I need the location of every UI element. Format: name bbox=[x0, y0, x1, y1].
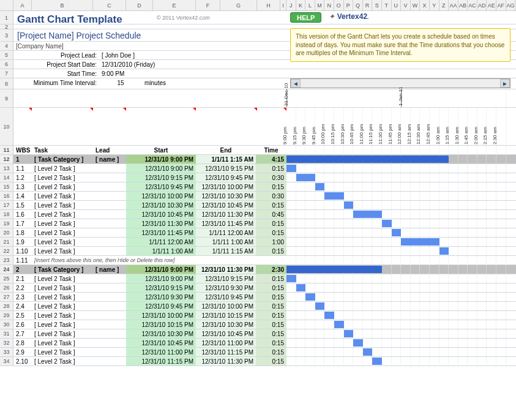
start-cell[interactable]: 12/31/10 9:00 PM bbox=[126, 164, 196, 173]
row-number[interactable]: 17 bbox=[0, 201, 13, 209]
end-cell[interactable]: 12/31/10 11:30 PM bbox=[196, 265, 256, 274]
time-cell[interactable]: 0:30 bbox=[256, 192, 286, 200]
time-cell[interactable]: 0:15 bbox=[256, 182, 286, 191]
lead-cell[interactable] bbox=[93, 164, 126, 173]
row-number[interactable]: 20 bbox=[0, 228, 13, 237]
task-cell[interactable]: [ Level 2 Task ] bbox=[32, 357, 93, 366]
time-cell[interactable]: 0:15 bbox=[256, 311, 286, 320]
lead-cell[interactable] bbox=[93, 238, 126, 246]
row-number[interactable]: 2 bbox=[0, 24, 13, 29]
row-number[interactable]: 8 bbox=[0, 78, 13, 89]
task-cell[interactable]: [ Level 2 Task ] bbox=[32, 192, 93, 200]
start-cell[interactable]: 1/1/11 12:00 AM bbox=[126, 238, 196, 246]
task-cell[interactable]: [ Level 2 Task ] bbox=[32, 164, 93, 173]
row-number[interactable]: 9 bbox=[0, 89, 13, 107]
end-cell[interactable]: 12/31/10 10:00 PM bbox=[196, 182, 256, 191]
col-header-P[interactable]: P bbox=[344, 0, 354, 10]
end-cell[interactable]: 12/31/10 9:45 PM bbox=[196, 293, 256, 301]
time-cell[interactable]: 4:15 bbox=[256, 155, 286, 163]
task-cell[interactable]: [ Level 2 Task ] bbox=[32, 339, 93, 347]
col-header-AD[interactable]: AD bbox=[477, 0, 487, 10]
end-cell[interactable]: 12/31/10 11:00 PM bbox=[196, 339, 256, 347]
end-cell[interactable]: 12/31/10 10:30 PM bbox=[196, 192, 256, 200]
row-number[interactable]: 7 bbox=[0, 69, 13, 78]
interval-value[interactable]: 15 bbox=[99, 78, 142, 89]
lead-cell[interactable] bbox=[93, 320, 126, 329]
task-cell[interactable]: [ Level 2 Task ] bbox=[32, 274, 93, 283]
lead-cell[interactable] bbox=[93, 201, 126, 209]
row-number[interactable]: 31 bbox=[0, 329, 13, 338]
row-number[interactable]: 22 bbox=[0, 247, 13, 255]
wbs-cell[interactable]: 1.5 bbox=[13, 201, 32, 209]
lead-cell[interactable] bbox=[93, 274, 126, 283]
task-cell[interactable]: [ Level 2 Task ] bbox=[32, 201, 93, 209]
task-cell[interactable]: [ Level 2 Task ] bbox=[32, 210, 93, 219]
start-cell[interactable]: 12/31/10 10:00 PM bbox=[126, 192, 196, 200]
col-header-I[interactable]: I bbox=[280, 0, 286, 10]
lead-cell[interactable] bbox=[93, 348, 126, 356]
row-number[interactable]: 34 bbox=[0, 357, 13, 366]
task-cell[interactable]: [ Level 2 Task ] bbox=[32, 302, 93, 310]
lead-cell[interactable] bbox=[93, 357, 126, 366]
lead-cell[interactable] bbox=[93, 311, 126, 320]
start-cell[interactable]: 12/31/10 10:15 PM bbox=[126, 320, 196, 329]
col-header-X[interactable]: X bbox=[420, 0, 430, 10]
col-header-N[interactable]: N bbox=[324, 0, 334, 10]
task-cell[interactable]: [ Task Category ] bbox=[32, 265, 93, 274]
task-cell[interactable]: [ Level 2 Task ] bbox=[32, 311, 93, 320]
col-header-R[interactable]: R bbox=[363, 0, 373, 10]
row-number[interactable]: 10 bbox=[0, 108, 13, 145]
start-cell[interactable]: 12/31/10 9:45 PM bbox=[126, 182, 196, 191]
wbs-cell[interactable]: 1.2 bbox=[13, 173, 32, 182]
row-number[interactable]: 26 bbox=[0, 283, 13, 292]
row-number[interactable]: 28 bbox=[0, 302, 13, 310]
time-cell[interactable]: 0:15 bbox=[256, 247, 286, 255]
row-number[interactable]: 3 bbox=[0, 29, 13, 41]
row-number[interactable]: 13 bbox=[0, 164, 13, 173]
end-cell[interactable]: 12/31/10 10:30 PM bbox=[196, 320, 256, 329]
wbs-cell[interactable]: 1.10 bbox=[13, 247, 32, 255]
start-cell[interactable]: 12/31/10 10:45 PM bbox=[126, 339, 196, 347]
row-number[interactable]: 1 bbox=[0, 11, 13, 24]
time-cell[interactable]: 0:15 bbox=[256, 274, 286, 283]
time-cell[interactable]: 2:30 bbox=[256, 265, 286, 274]
col-header-Q[interactable]: Q bbox=[353, 0, 363, 10]
start-cell[interactable]: 12/31/10 9:15 PM bbox=[126, 173, 196, 182]
col-header-W[interactable]: W bbox=[411, 0, 421, 10]
row-number[interactable]: 29 bbox=[0, 311, 13, 320]
wbs-cell[interactable]: 1.6 bbox=[13, 210, 32, 219]
time-cell[interactable]: 0:45 bbox=[256, 210, 286, 219]
scroll-right-icon[interactable]: ► bbox=[500, 79, 510, 88]
start-cell[interactable]: 12/31/10 11:15 PM bbox=[126, 357, 196, 366]
start-cell[interactable]: 12/31/10 11:30 PM bbox=[126, 219, 196, 228]
lead-cell[interactable] bbox=[93, 329, 126, 338]
time-cell[interactable]: 0:15 bbox=[256, 228, 286, 237]
lead-cell[interactable]: [ name ] bbox=[93, 155, 126, 163]
task-cell[interactable]: [ Level 2 Task ] bbox=[32, 320, 93, 329]
wbs-cell[interactable]: 1.9 bbox=[13, 238, 32, 246]
end-cell[interactable]: 12/31/10 11:45 PM bbox=[196, 219, 256, 228]
help-button[interactable]: HELP bbox=[290, 12, 321, 23]
start-cell[interactable]: 12/31/10 9:00 PM bbox=[126, 274, 196, 283]
col-header-M[interactable]: M bbox=[315, 0, 325, 10]
task-cell[interactable]: [ Level 2 Task ] bbox=[32, 247, 93, 255]
wbs-cell[interactable]: 1.8 bbox=[13, 228, 32, 237]
lead-cell[interactable] bbox=[93, 192, 126, 200]
lead-cell[interactable] bbox=[93, 219, 126, 228]
row-number[interactable]: 25 bbox=[0, 274, 13, 283]
task-cell[interactable]: [ Level 2 Task ] bbox=[32, 283, 93, 292]
wbs-cell[interactable]: 2.4 bbox=[13, 302, 32, 310]
wbs-cell[interactable]: 2.7 bbox=[13, 329, 32, 338]
time-cell[interactable]: 0:15 bbox=[256, 320, 286, 329]
lead-cell[interactable] bbox=[93, 173, 126, 182]
scroll-left-icon[interactable]: ◄ bbox=[291, 79, 301, 88]
start-cell[interactable]: 12/31/10 10:45 PM bbox=[126, 210, 196, 219]
col-header-G[interactable]: G bbox=[220, 0, 257, 10]
lead-cell[interactable] bbox=[93, 247, 126, 255]
row-number[interactable]: 18 bbox=[0, 210, 13, 219]
wbs-cell[interactable]: 1.7 bbox=[13, 219, 32, 228]
end-cell[interactable]: 1/1/11 1:15 AM bbox=[196, 247, 256, 255]
lead-cell[interactable]: [ name ] bbox=[93, 265, 126, 274]
task-cell[interactable]: [ Level 2 Task ] bbox=[32, 238, 93, 246]
row-number[interactable]: 32 bbox=[0, 339, 13, 347]
